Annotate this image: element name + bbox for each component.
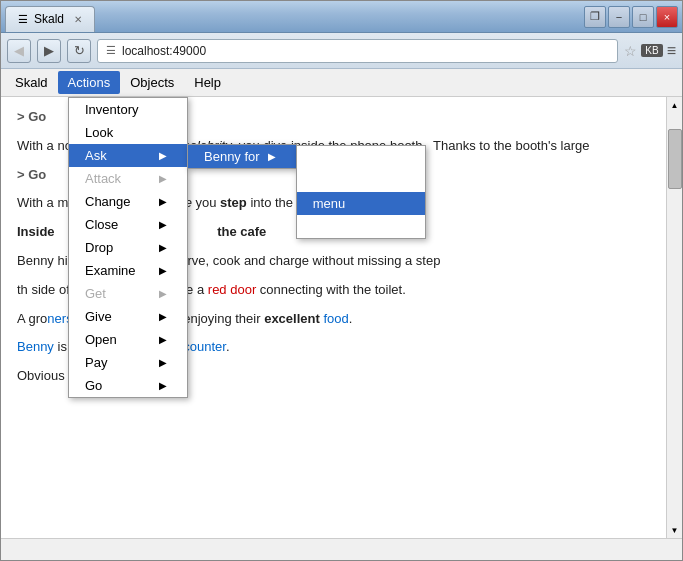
scroll-down-button[interactable]: ▼ bbox=[667, 522, 682, 538]
examine-arrow-icon: ▶ bbox=[159, 265, 167, 276]
action-pay[interactable]: Pay ▶ bbox=[69, 351, 187, 374]
close-arrow-icon: ▶ bbox=[159, 219, 167, 230]
kb-badge: KB bbox=[641, 44, 662, 57]
menu-actions[interactable]: Actions bbox=[58, 71, 121, 94]
window-controls: ❐ − □ × bbox=[584, 6, 678, 28]
action-go[interactable]: Go ▶ bbox=[69, 374, 187, 397]
cafe-label: the cafe bbox=[217, 224, 266, 239]
minimize-button[interactable]: − bbox=[608, 6, 630, 28]
benny-food[interactable]: food bbox=[297, 169, 425, 192]
action-open[interactable]: Open ▶ bbox=[69, 328, 187, 351]
pay-arrow-icon: ▶ bbox=[159, 357, 167, 368]
action-inventory[interactable]: Inventory bbox=[69, 98, 187, 121]
action-change[interactable]: Change ▶ bbox=[69, 190, 187, 213]
menu-help[interactable]: Help bbox=[184, 71, 231, 94]
tab-title: Skald bbox=[34, 12, 64, 26]
actions-dropdown: Inventory Look Ask ▶ Benny for ▶ bbox=[68, 97, 188, 398]
benny-cup-of-coffee[interactable]: cup of coffee bbox=[297, 146, 425, 169]
tab-icon: ☰ bbox=[18, 13, 28, 26]
scrollbar-thumb[interactable] bbox=[668, 129, 682, 189]
change-arrow-icon: ▶ bbox=[159, 196, 167, 207]
get-arrow-icon: ▶ bbox=[159, 288, 167, 299]
go-label-2: > Go bbox=[17, 167, 46, 182]
action-examine[interactable]: Examine ▶ bbox=[69, 259, 187, 282]
toolbar-right: ☆ KB ≡ bbox=[624, 42, 676, 60]
action-look[interactable]: Look bbox=[69, 121, 187, 144]
back-button[interactable]: ◀ bbox=[7, 39, 31, 63]
menu-bar: Skald Actions Objects Help Inventory Loo… bbox=[1, 69, 682, 97]
ask-benny-for[interactable]: Benny for ▶ cup of coffee food menu bbox=[188, 145, 296, 168]
address-bar: ◀ ▶ ↻ ☰ localhost:49000 ☆ KB ≡ bbox=[1, 33, 682, 69]
food-link[interactable]: food bbox=[323, 311, 348, 326]
red-door-link[interactable]: red door bbox=[208, 282, 256, 297]
ask-arrow-icon: ▶ bbox=[159, 150, 167, 161]
menu-skald[interactable]: Skald bbox=[5, 71, 58, 94]
title-bar: ☰ Skald ✕ ❐ − □ × bbox=[1, 1, 682, 33]
inside-label: Inside bbox=[17, 224, 55, 239]
benny-for-submenu: cup of coffee food menu restroom key bbox=[296, 145, 426, 239]
close-button[interactable]: × bbox=[656, 6, 678, 28]
tab-close-button[interactable]: ✕ bbox=[74, 14, 82, 25]
action-drop[interactable]: Drop ▶ bbox=[69, 236, 187, 259]
give-arrow-icon: ▶ bbox=[159, 311, 167, 322]
bookmark-star-icon[interactable]: ☆ bbox=[624, 43, 637, 59]
action-attack[interactable]: Attack ▶ bbox=[69, 167, 187, 190]
browser-menu-button[interactable]: ≡ bbox=[667, 42, 676, 60]
url-bar[interactable]: ☰ localhost:49000 bbox=[97, 39, 618, 63]
benny-restroom-key[interactable]: restroom key bbox=[297, 215, 425, 238]
go-arrow-icon: ▶ bbox=[159, 380, 167, 391]
scroll-up-button[interactable]: ▲ bbox=[667, 97, 682, 113]
title-bar-left: ☰ Skald ✕ bbox=[5, 2, 584, 32]
scrollbar[interactable]: ▲ ▼ bbox=[666, 97, 682, 538]
forward-button[interactable]: ▶ bbox=[37, 39, 61, 63]
drop-arrow-icon: ▶ bbox=[159, 242, 167, 253]
browser-tab[interactable]: ☰ Skald ✕ bbox=[5, 6, 95, 32]
ask-submenu: Benny for ▶ cup of coffee food menu bbox=[187, 144, 297, 169]
benny-arrow-icon: ▶ bbox=[268, 151, 276, 162]
go-label-1: > Go bbox=[17, 109, 46, 124]
menu-objects[interactable]: Objects bbox=[120, 71, 184, 94]
attack-arrow-icon: ▶ bbox=[159, 173, 167, 184]
refresh-button[interactable]: ↻ bbox=[67, 39, 91, 63]
benny-link[interactable]: Benny bbox=[17, 339, 54, 354]
maximize-button[interactable]: □ bbox=[632, 6, 654, 28]
url-text: localhost:49000 bbox=[122, 44, 206, 58]
benny-menu[interactable]: menu bbox=[297, 192, 425, 215]
status-bar bbox=[1, 538, 682, 560]
action-close[interactable]: Close ▶ bbox=[69, 213, 187, 236]
page-icon: ☰ bbox=[106, 44, 116, 57]
action-give[interactable]: Give ▶ bbox=[69, 305, 187, 328]
restore-button[interactable]: ❐ bbox=[584, 6, 606, 28]
action-get[interactable]: Get ▶ bbox=[69, 282, 187, 305]
action-ask[interactable]: Ask ▶ Benny for ▶ cup of coffee food bbox=[69, 144, 187, 167]
counter-link[interactable]: counter bbox=[183, 339, 226, 354]
open-arrow-icon: ▶ bbox=[159, 334, 167, 345]
browser-window: ☰ Skald ✕ ❐ − □ × ◀ ▶ ↻ ☰ localhost:4900… bbox=[0, 0, 683, 561]
